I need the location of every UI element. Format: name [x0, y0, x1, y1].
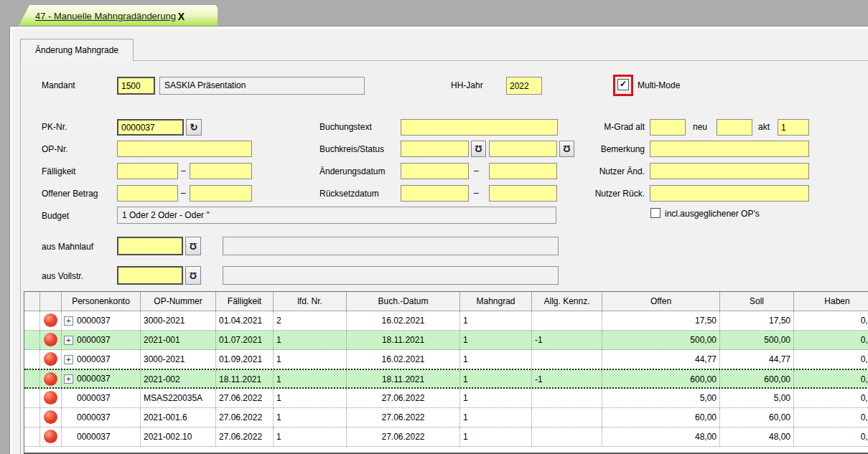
m-grad-neu-field[interactable]	[717, 119, 752, 136]
m-grad-alt-field[interactable]	[650, 119, 686, 136]
cell-offen[interactable]: 48,00	[602, 427, 720, 446]
cell-mahngrad[interactable]: 1	[460, 350, 532, 369]
cell-soll[interactable]: 60,00	[720, 408, 794, 427]
cell-soll[interactable]: 600,00	[720, 370, 794, 387]
cell-icon[interactable]	[40, 408, 62, 427]
expand-icon[interactable]: +	[64, 316, 73, 326]
cell-faelligkeit[interactable]: 01.07.2021	[216, 331, 274, 349]
cell-allg_kennz[interactable]: -1	[532, 370, 602, 387]
cell-faelligkeit[interactable]: 18.11.2021	[216, 370, 274, 387]
cell-soll[interactable]: 17,50	[720, 311, 794, 330]
table-row[interactable]: 0000037MSAS220035A27.06.2022127.06.20221…	[24, 389, 868, 408]
cell-op_nummer[interactable]: 2021-002.10	[141, 427, 216, 446]
column-header-offen[interactable]: Offen	[602, 292, 720, 311]
cell-faelligkeit[interactable]: 01.09.2021	[216, 350, 274, 369]
offener-betrag-to-field[interactable]	[190, 185, 252, 202]
cell-op_nummer[interactable]: 2021-001.6	[141, 408, 216, 427]
cell-icon[interactable]	[40, 427, 62, 446]
column-header-personenkonto[interactable]: Personenkonto	[62, 292, 141, 311]
aus-vollstr-field[interactable]	[117, 266, 183, 285]
cell-haben[interactable]: 0,00	[794, 311, 868, 330]
cell-personenkonto[interactable]: +0000037	[62, 311, 141, 330]
op-nr-field[interactable]	[117, 141, 252, 157]
column-header-lfd_nr[interactable]: lfd. Nr.	[274, 292, 347, 311]
column-header-selector[interactable]	[24, 292, 40, 311]
cell-buch_datum[interactable]: 27.06.2022	[347, 408, 460, 427]
cell-buch_datum[interactable]: 18.11.2021	[347, 331, 460, 349]
nutzer-rueck-field[interactable]	[650, 185, 809, 202]
cell-buch_datum[interactable]: 16.02.2021	[347, 311, 460, 330]
pk-nr-refresh-button[interactable]: ↻	[186, 119, 202, 136]
cell-offen[interactable]: 500,00	[602, 331, 720, 349]
table-row[interactable]: +00000373000-202101.04.2021216.02.202111…	[24, 311, 868, 331]
column-header-soll[interactable]: Soll	[720, 292, 794, 311]
cell-icon[interactable]	[40, 389, 62, 407]
cell-soll[interactable]: 5,00	[720, 389, 794, 407]
cell-personenkonto[interactable]: +0000037	[62, 331, 141, 349]
cell-allg_kennz[interactable]: -1	[532, 331, 602, 349]
bemerkung-field[interactable]	[650, 141, 809, 157]
cell-selector[interactable]	[24, 408, 40, 427]
table-row[interactable]: +00000373000-202101.09.2021116.02.202114…	[24, 350, 868, 369]
cell-offen[interactable]: 44,77	[602, 350, 720, 369]
buchungstext-field[interactable]	[401, 119, 558, 136]
expand-icon[interactable]: +	[64, 336, 73, 345]
cell-allg_kennz[interactable]	[532, 427, 602, 446]
column-header-allg_kennz[interactable]: Allg. Kennz.	[532, 292, 602, 311]
cell-op_nummer[interactable]: 3000-2021	[141, 311, 216, 330]
cell-icon[interactable]	[40, 311, 62, 330]
cell-lfd_nr[interactable]: 1	[274, 350, 347, 369]
cell-icon[interactable]	[40, 370, 62, 387]
cell-soll[interactable]: 44,77	[720, 350, 794, 369]
faelligkeit-from-field[interactable]	[117, 163, 178, 179]
cell-buch_datum[interactable]: 18.11.2021	[347, 370, 460, 387]
cell-faelligkeit[interactable]: 27.06.2022	[216, 389, 274, 407]
table-row[interactable]: +00000372021-00218.11.2021118.11.20211-1…	[24, 369, 868, 389]
cell-op_nummer[interactable]: 2021-001	[141, 331, 216, 349]
cell-haben[interactable]: 0,00	[794, 427, 868, 446]
column-header-icon[interactable]	[40, 292, 62, 311]
hh-jahr-field[interactable]	[506, 77, 542, 95]
cell-faelligkeit[interactable]: 27.06.2022	[216, 408, 274, 427]
cell-op_nummer[interactable]: 3000-2021	[141, 350, 216, 369]
cell-personenkonto[interactable]: 0000037	[62, 389, 141, 407]
cell-allg_kennz[interactable]	[532, 311, 602, 330]
cell-mahngrad[interactable]: 1	[460, 389, 532, 407]
cell-allg_kennz[interactable]	[532, 389, 602, 407]
mandant-code-field[interactable]	[117, 77, 155, 95]
window-tab[interactable]: 47 - Manuelle Mahngradänderung X	[18, 5, 218, 27]
cell-allg_kennz[interactable]	[532, 350, 602, 369]
cell-personenkonto[interactable]: +0000037	[62, 350, 141, 369]
cell-haben[interactable]: 0,00	[794, 370, 868, 387]
aus-mahnlauf-field[interactable]	[117, 237, 183, 255]
column-header-op_nummer[interactable]: OP-Nummer	[141, 292, 216, 311]
cell-haben[interactable]: 0,00	[794, 389, 868, 407]
column-header-mahngrad[interactable]: Mahngrad	[460, 292, 532, 311]
cell-mahngrad[interactable]: 1	[460, 427, 532, 446]
cell-faelligkeit[interactable]: 27.06.2022	[216, 427, 274, 446]
cell-haben[interactable]: 0,00	[794, 408, 868, 427]
cell-buch_datum[interactable]: 16.02.2021	[347, 350, 460, 369]
ruecksetzdatum-from-field[interactable]	[401, 185, 469, 202]
cell-offen[interactable]: 5,00	[602, 389, 720, 407]
cell-personenkonto[interactable]: 0000037	[62, 408, 141, 427]
cell-selector[interactable]	[24, 370, 40, 387]
cell-offen[interactable]: 600,00	[602, 370, 720, 387]
pk-nr-field[interactable]	[117, 119, 184, 136]
cell-selector[interactable]	[24, 331, 40, 349]
aus-vollstr-lookup-button[interactable]: Ʊ	[185, 266, 201, 285]
cell-icon[interactable]	[40, 350, 62, 369]
cell-icon[interactable]	[40, 331, 62, 349]
multi-mode-checkbox[interactable]: ✓	[617, 79, 629, 90]
nutzer-aend-field[interactable]	[650, 163, 809, 179]
table-row[interactable]: 00000372021-001.627.06.2022127.06.202216…	[24, 408, 868, 427]
cell-personenkonto[interactable]: +0000037	[62, 370, 141, 387]
cell-lfd_nr[interactable]: 1	[274, 408, 347, 427]
expand-icon[interactable]: +	[64, 374, 73, 384]
cell-offen[interactable]: 60,00	[602, 408, 720, 427]
faelligkeit-to-field[interactable]	[190, 163, 252, 179]
cell-lfd_nr[interactable]: 1	[274, 331, 347, 349]
cell-personenkonto[interactable]: 0000037	[62, 427, 141, 446]
cell-lfd_nr[interactable]: 2	[274, 311, 347, 330]
tab-aenderung-mahngrade[interactable]: Änderung Mahngrade	[20, 39, 134, 61]
